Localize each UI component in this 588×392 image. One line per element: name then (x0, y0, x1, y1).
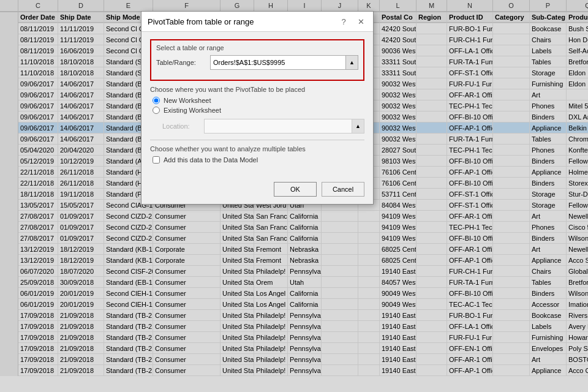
table-range-row: Table/Range: ▲ (156, 55, 358, 70)
table-range-selector-btn[interactable]: ▲ (345, 56, 358, 69)
dialog-close-button[interactable]: ✕ (355, 15, 367, 28)
location-row: Location: ▲ (150, 119, 364, 134)
new-worksheet-label: New Worksheet (164, 97, 211, 104)
data-model-checkbox[interactable] (153, 156, 160, 164)
location-input[interactable] (205, 121, 352, 131)
data-model-label: Add this data to the Data Model (164, 156, 258, 164)
existing-worksheet-radio[interactable] (153, 107, 160, 114)
dialog-title: PivotTable from table or range (148, 17, 254, 26)
dialog-body: Select a table or range Table/Range: ▲ C… (141, 32, 373, 177)
table-range-input-wrap: ▲ (210, 55, 358, 70)
table-range-input[interactable] (211, 58, 345, 67)
existing-worksheet-row: Existing Worksheet (150, 107, 364, 114)
table-range-label: Table/Range: (156, 59, 205, 66)
section3-label: Choose whether you want to analyze multi… (150, 145, 364, 153)
location-selector-btn[interactable]: ▲ (352, 119, 364, 133)
section2-label: Choose where you want the PivotTable to … (150, 86, 364, 93)
placement-section: Choose where you want the PivotTable to … (150, 86, 364, 134)
existing-worksheet-label: Existing Worksheet (164, 107, 221, 114)
dialog-help-button[interactable]: ? (337, 15, 350, 28)
new-worksheet-radio[interactable] (153, 97, 160, 104)
radio-group: New Worksheet Existing Worksheet (150, 97, 364, 114)
data-model-row: Add this data to the Data Model (150, 156, 364, 164)
new-worksheet-row: New Worksheet (150, 97, 364, 104)
multiple-tables-section: Choose whether you want to analyze multi… (150, 145, 364, 164)
dialog-footer: OK Cancel (141, 177, 373, 204)
section1-label: Select a table or range (156, 44, 358, 51)
location-label: Location: (162, 123, 199, 130)
location-input-wrap: ▲ (204, 119, 364, 134)
table-range-section: Select a table or range Table/Range: ▲ (150, 39, 364, 81)
pivot-dialog: PivotTable from table or range ? ✕ Selec… (141, 11, 374, 205)
dialog-title-icons: ? ✕ (337, 15, 367, 28)
dialog-titlebar[interactable]: PivotTable from table or range ? ✕ (141, 12, 373, 32)
ok-button[interactable]: OK (274, 182, 317, 197)
cancel-button[interactable]: Cancel (322, 182, 364, 197)
section-separator (150, 140, 364, 140)
